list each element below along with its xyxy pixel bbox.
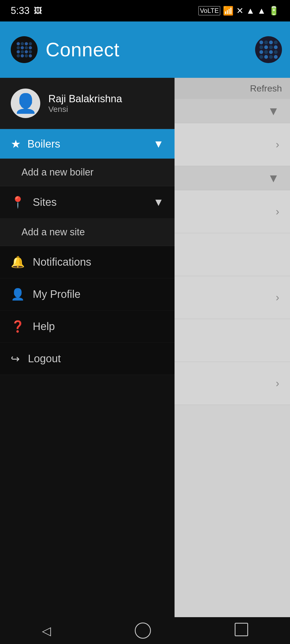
logout-icon: ↪	[11, 353, 20, 365]
logo-dots-grid	[17, 42, 32, 57]
sidebar-item-notifications[interactable]: 🔔 Notifications	[0, 246, 175, 278]
bg-list-item-2[interactable]: ›	[161, 190, 290, 233]
chevron-down-icon-sites: ▼	[153, 196, 164, 208]
bg-list-item-5[interactable]	[161, 319, 290, 362]
help-icon: ❓	[11, 320, 25, 333]
app-logo	[11, 36, 38, 63]
sidebar-drawer: Connect 👤 Raji Balakrishna Vensi ★ Boile…	[0, 21, 175, 617]
chevron-right-icon-2: ›	[276, 206, 279, 218]
home-button[interactable]	[135, 623, 151, 639]
background-content: Refresh ▼ › ▼ › › ›	[161, 21, 290, 617]
boilers-label: Boilers	[27, 138, 60, 150]
chevron-down-icon-bg1: ▼	[267, 104, 279, 118]
sidebar-item-sites[interactable]: 📍 Sites ▼	[0, 186, 175, 218]
status-bar: 5:33 🖼 VoLTE 📶 ✕ ▲ ▲ 🔋	[0, 0, 290, 21]
location-icon: 📍	[11, 196, 25, 209]
sidebar-item-help[interactable]: ❓ Help	[0, 310, 175, 343]
boilers-left: ★ Boilers	[11, 137, 60, 151]
user-profile-section[interactable]: 👤 Raji Balakrishna Vensi	[0, 78, 175, 129]
bg-list-item-4[interactable]: ›	[161, 276, 290, 319]
recent-icon	[235, 623, 248, 636]
chevron-down-icon-boilers: ▼	[153, 138, 164, 150]
status-time: 5:33 🖼	[11, 5, 42, 16]
bg-actions-bar: Refresh	[161, 78, 290, 99]
logout-label: Logout	[28, 353, 61, 365]
star-icon: ★	[11, 137, 21, 151]
battery-icon: 🔋	[269, 6, 279, 16]
user-name: Raji Balakrishna	[48, 93, 122, 105]
sidebar-header: Connect	[0, 21, 175, 78]
bg-list-item-3[interactable]	[161, 233, 290, 276]
bg-list-item-6[interactable]: ›	[161, 362, 290, 405]
bg-list-item-1[interactable]: ›	[161, 123, 290, 166]
time-display: 5:33	[11, 5, 30, 16]
bg-app-icon	[255, 36, 282, 63]
add-boiler-item[interactable]: Add a new boiler	[0, 159, 175, 186]
recent-button[interactable]	[235, 623, 248, 639]
back-icon: ◁	[42, 624, 51, 637]
person-icon: 👤	[11, 288, 25, 301]
image-icon: 🖼	[34, 6, 42, 15]
user-company: Vensi	[48, 105, 122, 114]
back-button[interactable]: ◁	[42, 624, 51, 638]
add-boiler-label: Add a new boiler	[21, 167, 93, 178]
sites-left: 📍 Sites	[11, 196, 57, 209]
bg-dropdown-row1: ▼	[161, 99, 290, 123]
bottom-nav-bar: ◁	[0, 617, 290, 644]
chevron-right-icon-4: ›	[276, 291, 279, 303]
refresh-label[interactable]: Refresh	[250, 83, 282, 94]
add-site-label: Add a new site	[21, 226, 85, 237]
home-icon	[135, 623, 151, 639]
chevron-right-icon-1: ›	[276, 138, 279, 151]
wifi-icon: 📶	[223, 6, 234, 16]
sidebar-item-boilers[interactable]: ★ Boilers ▼	[0, 129, 175, 159]
sites-label: Sites	[33, 196, 57, 208]
user-info: Raji Balakrishna Vensi	[48, 93, 122, 114]
x-mark-icon: ✕	[236, 6, 244, 16]
app-title: Connect	[46, 39, 119, 61]
signal-icon: ▲	[246, 6, 255, 16]
nav-section: ★ Boilers ▼ Add a new boiler 📍 Sites ▼ A…	[0, 129, 175, 617]
avatar: 👤	[11, 89, 40, 118]
status-icons: VoLTE 📶 ✕ ▲ ▲ 🔋	[198, 6, 279, 16]
my-profile-label: My Profile	[33, 288, 81, 300]
main-layout: Refresh ▼ › ▼ › › ›	[0, 21, 290, 617]
help-label: Help	[33, 320, 55, 332]
notifications-label: Notifications	[33, 256, 91, 268]
chevron-right-icon-6: ›	[276, 377, 279, 389]
chevron-down-icon-bg2: ▼	[267, 171, 279, 185]
signal2-icon: ▲	[257, 6, 266, 16]
bell-icon: 🔔	[11, 255, 25, 269]
sidebar-item-logout[interactable]: ↪ Logout	[0, 343, 175, 375]
bg-app-header	[161, 21, 290, 78]
bg-dropdown-row2: ▼	[161, 166, 290, 190]
dots-grid-bg	[259, 41, 278, 59]
avatar-icon: 👤	[14, 92, 37, 114]
sidebar-item-my-profile[interactable]: 👤 My Profile	[0, 278, 175, 310]
add-site-item[interactable]: Add a new site	[0, 218, 175, 246]
volte-icon: VoLTE	[198, 6, 220, 15]
